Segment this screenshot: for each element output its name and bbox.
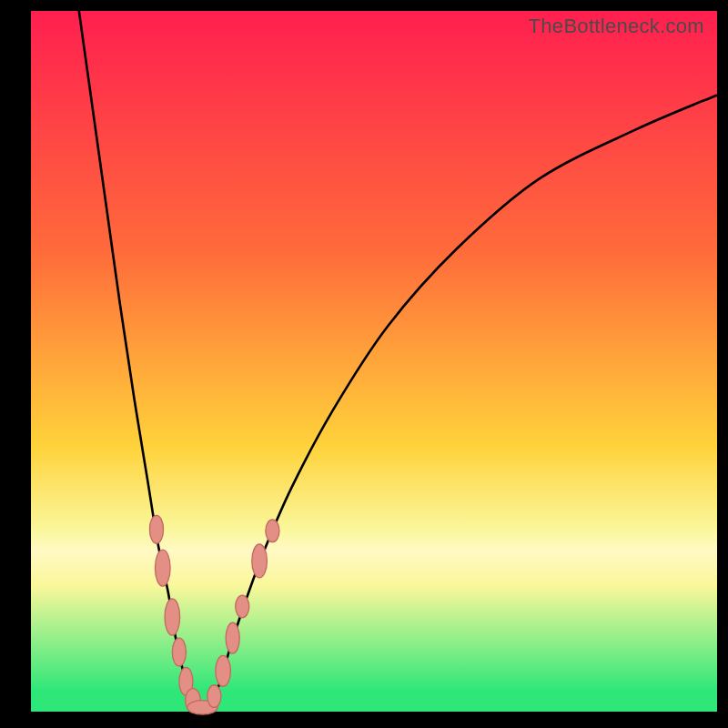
- curves-layer: [31, 11, 717, 712]
- data-marker: [266, 520, 279, 542]
- data-marker: [216, 655, 231, 686]
- data-markers: [149, 515, 279, 714]
- outer-frame: TheBottleneck.com: [0, 0, 728, 728]
- data-marker: [149, 515, 163, 543]
- data-marker: [207, 685, 221, 708]
- data-marker: [172, 638, 186, 666]
- data-marker: [226, 622, 239, 653]
- data-marker: [252, 544, 268, 578]
- right-curve: [209, 95, 717, 705]
- plot-area: TheBottleneck.com: [31, 11, 717, 712]
- data-marker: [236, 595, 249, 618]
- data-marker: [165, 599, 180, 635]
- data-marker: [155, 550, 170, 586]
